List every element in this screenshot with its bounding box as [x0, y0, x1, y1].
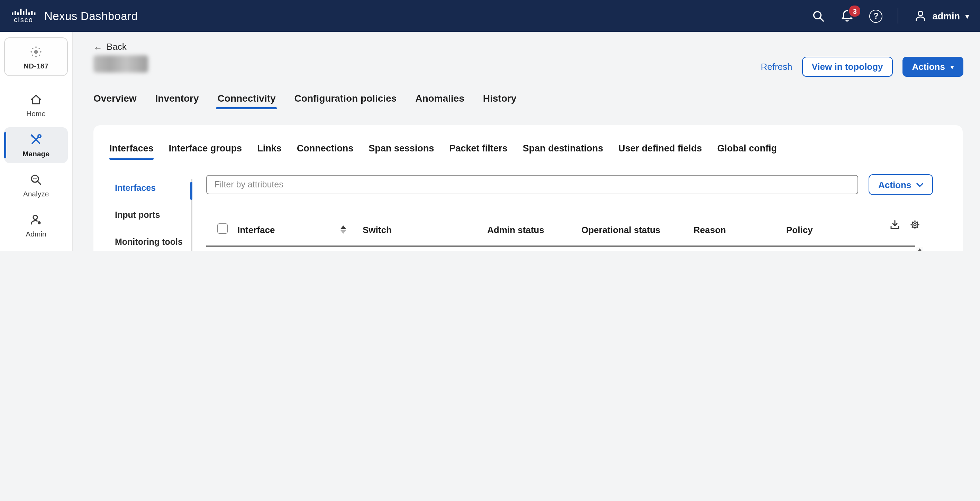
user-icon	[913, 9, 928, 23]
tab-overview[interactable]: Overview	[94, 93, 137, 109]
column-label: Reason	[694, 224, 726, 235]
filter-input[interactable]	[206, 175, 858, 194]
card-tab-interface-groups[interactable]: Interface groups	[169, 143, 242, 160]
column-label: Admin status	[487, 224, 544, 235]
table-row: Ethernet1/1N9K-C9336C-FX2-155↑Up↑UpokDat…	[206, 247, 915, 251]
admin-icon	[29, 213, 43, 227]
table-tools	[889, 219, 921, 230]
card-tab-global-config[interactable]: Global config	[718, 143, 777, 160]
tools-icon	[29, 133, 43, 147]
sidebar-nav: Home Manage Analyze	[0, 87, 72, 243]
column-label: Switch	[363, 224, 392, 235]
tab-connectivity[interactable]: Connectivity	[218, 93, 276, 109]
notification-badge: 3	[848, 4, 862, 18]
table-header: Interface Switch Admin status Operationa…	[206, 214, 915, 247]
sidebar: ND-187 Home Manage	[0, 32, 73, 251]
page-actions-button[interactable]: Actions ▾	[902, 57, 963, 77]
column-header-switch[interactable]: Switch	[363, 224, 487, 235]
sort-icon[interactable]	[340, 225, 346, 234]
username: admin	[932, 11, 960, 21]
tab-history[interactable]: History	[483, 93, 516, 109]
table-actions-label: Actions	[878, 179, 911, 190]
main-content: ← Back Refresh View in topology Actions …	[72, 32, 980, 251]
chevron-down-icon: ▾	[966, 12, 969, 20]
card-tab-user-defined-fields[interactable]: User defined fields	[618, 143, 702, 160]
top-bar: cisco Nexus Dashboard 3 ?	[0, 0, 980, 32]
back-arrow-icon: ←	[94, 41, 102, 52]
sidebar-item-manage[interactable]: Manage	[4, 127, 68, 163]
cluster-selector[interactable]: ND-187	[4, 37, 68, 76]
view-in-topology-button[interactable]: View in topology	[802, 57, 893, 77]
table-body: Ethernet1/1N9K-C9336C-FX2-155↑Up↑UpokDat…	[206, 247, 915, 251]
back-button[interactable]: ← Back	[94, 41, 127, 52]
page-tabs: OverviewInventoryConnectivityConfigurati…	[94, 93, 516, 109]
card-side-nav: InterfacesInput portsMonitoring tools	[115, 183, 188, 251]
sidebar-item-admin[interactable]: Admin	[4, 208, 68, 243]
vertical-scrollbar[interactable]	[916, 247, 923, 251]
cisco-logo-bars	[11, 8, 36, 16]
column-label: Policy	[786, 224, 813, 235]
user-menu[interactable]: admin ▾	[913, 9, 969, 23]
card-tabs: InterfacesInterface groupsLinksConnectio…	[109, 143, 777, 160]
column-header-operational-status[interactable]: Operational status	[581, 224, 694, 235]
column-header-reason[interactable]: Reason	[694, 224, 786, 235]
page-actions: Refresh View in topology Actions ▾	[760, 57, 963, 77]
table-actions-button[interactable]: Actions	[869, 174, 932, 195]
card-tab-span-sessions[interactable]: Span sessions	[369, 143, 434, 160]
cluster-icon	[29, 44, 44, 59]
view-in-topology-label: View in topology	[812, 62, 883, 72]
tab-inventory[interactable]: Inventory	[155, 93, 199, 109]
analyze-icon	[29, 173, 43, 187]
sidebar-item-home[interactable]: Home	[4, 87, 68, 123]
chevron-down-icon	[916, 182, 923, 187]
device-name-redacted	[94, 55, 148, 73]
tab-configuration-policies[interactable]: Configuration policies	[294, 93, 397, 109]
column-label: Interface	[237, 224, 275, 235]
back-label: Back	[107, 41, 127, 52]
card-tab-span-destinations[interactable]: Span destinations	[523, 143, 603, 160]
page-actions-label: Actions	[912, 62, 945, 72]
column-header-interface[interactable]: Interface	[237, 224, 363, 235]
card-tab-interfaces[interactable]: Interfaces	[109, 143, 154, 160]
side-nav-item-monitoring-tools[interactable]: Monitoring tools	[115, 237, 188, 247]
cisco-wordmark: cisco	[14, 17, 33, 24]
connectivity-card: InterfacesInterface groupsLinksConnectio…	[94, 125, 963, 251]
column-header-admin-status[interactable]: Admin status	[487, 224, 581, 235]
side-nav-item-interfaces[interactable]: Interfaces	[115, 183, 188, 193]
app-title: Nexus Dashboard	[44, 10, 138, 22]
help-icon[interactable]: ?	[869, 10, 882, 22]
select-all-checkbox[interactable]	[217, 223, 228, 233]
cisco-logo: cisco	[11, 8, 36, 24]
refresh-button[interactable]: Refresh	[760, 62, 792, 72]
search-icon[interactable]	[812, 10, 825, 22]
sidebar-item-label: Home	[26, 109, 46, 117]
sidebar-item-label: Analyze	[23, 189, 49, 198]
side-nav-rail-active	[190, 182, 192, 200]
header-checkbox-cell	[206, 223, 237, 236]
sidebar-item-analyze[interactable]: Analyze	[4, 167, 68, 203]
tab-anomalies[interactable]: Anomalies	[415, 93, 465, 109]
topbar-actions: 3 ? admin ▾	[812, 8, 969, 24]
notifications-button[interactable]: 3	[840, 9, 854, 23]
sidebar-item-label: Admin	[25, 230, 46, 238]
card-tab-connections[interactable]: Connections	[297, 143, 354, 160]
home-icon	[29, 93, 43, 106]
cluster-label: ND-187	[24, 61, 48, 70]
scroll-up-arrow-icon[interactable]	[917, 248, 923, 251]
download-icon[interactable]	[889, 219, 900, 230]
side-nav-item-input-ports[interactable]: Input ports	[115, 210, 188, 220]
column-label: Operational status	[581, 224, 660, 235]
app: cisco Nexus Dashboard 3 ?	[0, 0, 980, 251]
card-tab-packet-filters[interactable]: Packet filters	[449, 143, 507, 160]
card-tab-links[interactable]: Links	[257, 143, 282, 160]
column-settings-gear-icon[interactable]	[909, 219, 921, 230]
sidebar-item-label: Manage	[22, 149, 49, 158]
topbar-divider	[898, 8, 898, 24]
chevron-down-icon: ▾	[951, 63, 954, 70]
